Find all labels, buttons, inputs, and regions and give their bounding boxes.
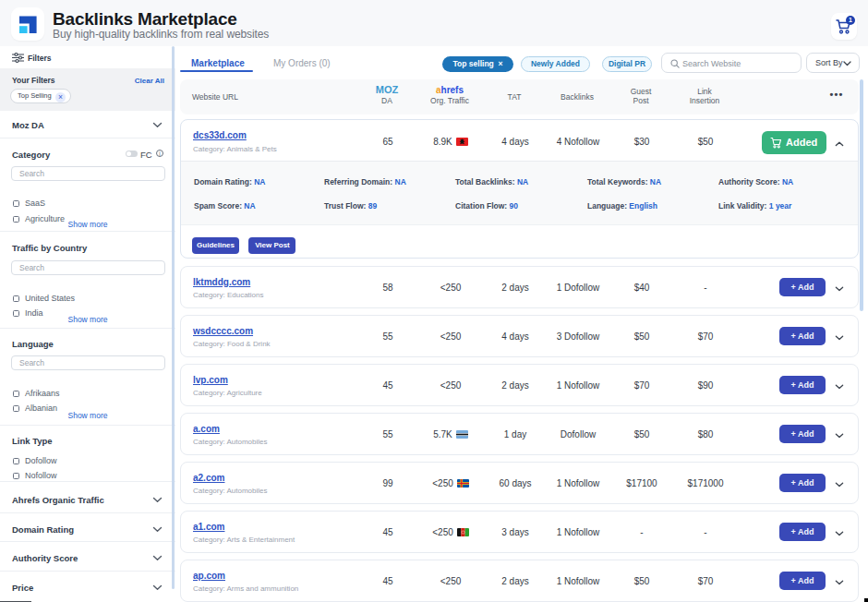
svg-text:MOZ: MOZ [376,85,399,94]
